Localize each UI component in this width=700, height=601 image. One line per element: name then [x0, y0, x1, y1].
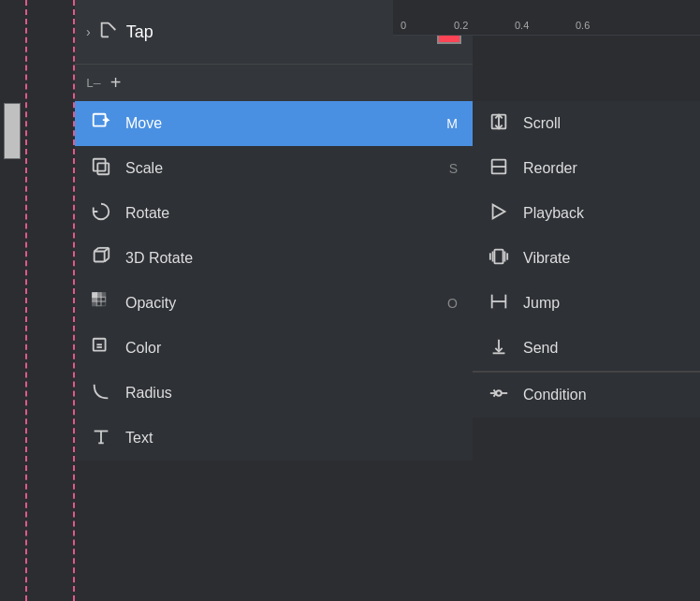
menu-item-playback[interactable]: Playback [473, 191, 700, 236]
tap-icon [98, 20, 119, 45]
ruler-tick-0: 0 [401, 20, 406, 31]
3d-rotate-icon [90, 246, 112, 271]
svg-rect-5 [95, 251, 105, 261]
left-dropdown-menu: Move M Scale S Rotate [75, 101, 473, 461]
send-icon [488, 336, 510, 361]
menu-label-move: Move [125, 115, 433, 132]
rotate-icon [90, 201, 112, 227]
menu-item-scale[interactable]: Scale S [75, 146, 473, 191]
menu-label-scale: Scale [125, 160, 436, 177]
menu-label-vibrate: Vibrate [523, 250, 685, 267]
menu-label-scroll: Scroll [523, 115, 685, 132]
ruler-tick-06: 0.6 [576, 20, 590, 31]
menu-label-opacity: Opacity [125, 295, 434, 312]
menu-label-radius: Radius [125, 385, 445, 402]
sub-header: L— + [75, 64, 473, 101]
jump-icon [488, 291, 510, 316]
left-indicator [4, 103, 21, 159]
svg-rect-13 [101, 292, 106, 297]
menu-label-jump: Jump [523, 295, 685, 312]
menu-item-jump[interactable]: Jump [473, 281, 700, 326]
menu-label-send: Send [523, 340, 685, 357]
condition-icon [488, 383, 510, 408]
vibrate-icon [488, 246, 510, 271]
reorder-icon [488, 156, 510, 182]
svg-rect-33 [494, 249, 503, 263]
svg-rect-19 [101, 301, 106, 306]
menu-label-condition: Condition [523, 387, 685, 403]
menu-item-rotate[interactable]: Rotate [75, 191, 473, 236]
color-icon [90, 336, 112, 361]
menu-item-condition[interactable]: Condition [473, 373, 700, 418]
ruler-tick-02: 0.2 [454, 20, 468, 31]
move-icon [90, 111, 112, 137]
menu-item-reorder[interactable]: Reorder [473, 146, 700, 191]
ruler-tick-04: 0.4 [515, 20, 529, 31]
menu-label-text: Text [125, 430, 445, 447]
menu-item-vibrate[interactable]: Vibrate [473, 236, 700, 281]
sub-header-icon: L— [86, 76, 101, 90]
playback-icon [488, 201, 510, 227]
right-menu-upper: Scroll Reorder Playba [473, 101, 700, 372]
menu-item-opacity[interactable]: Opacity O [75, 281, 473, 326]
menu-label-rotate: Rotate [125, 205, 445, 222]
menu-shortcut-scale: S [449, 161, 458, 176]
svg-rect-4 [97, 163, 109, 174]
svg-rect-11 [93, 292, 97, 297]
menu-shortcut-move: M [446, 116, 458, 131]
svg-marker-30 [493, 204, 505, 218]
right-dropdown-menu: Scroll Reorder Playba [473, 101, 700, 418]
add-button[interactable]: + [110, 72, 122, 94]
svg-point-40 [496, 390, 502, 396]
menu-item-color[interactable]: Color [75, 326, 473, 371]
menu-shortcut-opacity: O [447, 296, 458, 311]
main-container: › Tap L— + 0 0.2 0.4 0.6 [75, 0, 700, 601]
svg-rect-17 [93, 301, 97, 306]
menu-label-playback: Playback [523, 205, 685, 222]
menu-label-3d-rotate: 3D Rotate [125, 250, 445, 267]
menu-item-radius[interactable]: Radius [75, 371, 473, 416]
header-title: Tap [126, 22, 430, 42]
menu-label-reorder: Reorder [523, 160, 685, 177]
menu-item-3d-rotate[interactable]: 3D Rotate [75, 236, 473, 281]
svg-rect-3 [94, 158, 106, 170]
dashed-border [25, 0, 27, 601]
timeline-ruler: 0 0.2 0.4 0.6 [393, 0, 700, 36]
radius-icon [90, 381, 112, 406]
menu-item-text[interactable]: Text [75, 416, 473, 461]
menu-item-scroll[interactable]: Scroll [473, 101, 700, 146]
opacity-icon [90, 291, 112, 316]
menu-label-color: Color [125, 340, 445, 357]
header-chevron-icon[interactable]: › [86, 24, 91, 39]
menu-item-send[interactable]: Send [473, 326, 700, 371]
scroll-icon [488, 111, 510, 137]
scale-icon [90, 156, 112, 182]
menu-item-move[interactable]: Move M [75, 101, 473, 146]
left-panel [0, 0, 75, 601]
text-icon [90, 426, 112, 451]
